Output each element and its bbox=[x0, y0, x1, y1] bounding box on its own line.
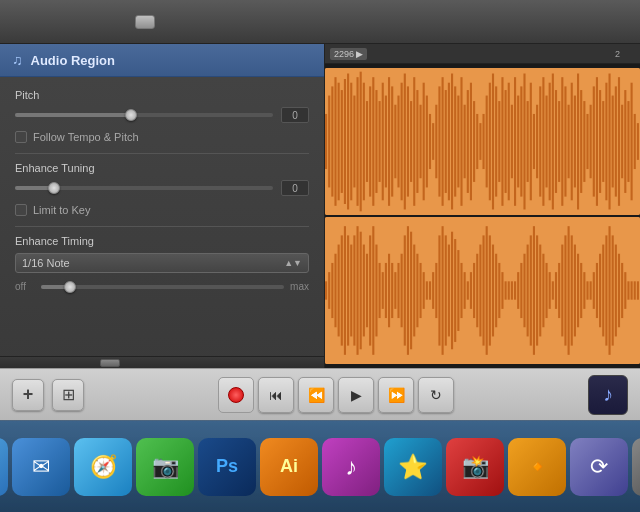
dock-item-facetime[interactable]: 📷 bbox=[136, 438, 194, 496]
svg-rect-157 bbox=[498, 263, 500, 318]
follow-tempo-checkbox[interactable] bbox=[15, 131, 27, 143]
svg-rect-45 bbox=[464, 105, 466, 179]
svg-rect-197 bbox=[624, 272, 626, 309]
svg-rect-121 bbox=[385, 263, 387, 318]
bottom-scroll-area[interactable] bbox=[0, 356, 324, 368]
svg-rect-24 bbox=[397, 96, 399, 188]
enhance-tuning-value: 0 bbox=[281, 180, 309, 196]
svg-rect-49 bbox=[476, 114, 478, 169]
timeline-marker-icon: ▶ bbox=[356, 49, 363, 59]
vlc-icon: 🔸 bbox=[524, 454, 551, 480]
dock-item-timemachine[interactable]: ⟳ bbox=[570, 438, 628, 496]
svg-rect-87 bbox=[596, 77, 598, 206]
audio-region-header: ♫ Audio Region bbox=[0, 44, 324, 77]
svg-rect-143 bbox=[454, 239, 456, 342]
svg-rect-148 bbox=[470, 272, 472, 309]
svg-rect-94 bbox=[618, 77, 620, 206]
loop-button[interactable]: ↻ bbox=[418, 377, 454, 413]
dock-item-safari[interactable]: 🧭 bbox=[74, 438, 132, 496]
transport-controls: ⏮ ⏪ ▶ ⏩ ↻ bbox=[218, 377, 454, 413]
svg-rect-41 bbox=[451, 74, 453, 210]
follow-tempo-label: Follow Tempo & Pitch bbox=[33, 131, 139, 143]
dock-item-photoshop[interactable]: Ps bbox=[198, 438, 256, 496]
svg-rect-112 bbox=[357, 226, 359, 355]
limit-to-key-row[interactable]: Limit to Key bbox=[15, 204, 309, 216]
loop-icon: ↻ bbox=[430, 387, 442, 403]
pitch-slider-row: 0 bbox=[15, 107, 309, 123]
rewind-to-start-button[interactable]: ⏮ bbox=[258, 377, 294, 413]
svg-rect-191 bbox=[605, 235, 607, 345]
svg-rect-166 bbox=[527, 245, 529, 337]
svg-rect-89 bbox=[602, 101, 604, 182]
photos-icon: 📸 bbox=[462, 454, 489, 480]
svg-rect-192 bbox=[609, 226, 611, 355]
enhance-tuning-label: Enhance Tuning bbox=[15, 162, 309, 174]
bottom-toolbar: + ⊞ ⏮ ⏪ ▶ ⏩ ↻ ♪ bbox=[0, 368, 640, 420]
svg-rect-28 bbox=[410, 101, 412, 182]
svg-rect-109 bbox=[347, 235, 349, 345]
svg-rect-179 bbox=[568, 226, 570, 355]
bottom-scroll-thumb[interactable] bbox=[100, 359, 120, 367]
rewind-button[interactable]: ⏪ bbox=[298, 377, 334, 413]
svg-rect-189 bbox=[599, 254, 601, 328]
dock-item-finder[interactable]: 😊 bbox=[0, 438, 8, 496]
svg-rect-128 bbox=[407, 226, 409, 355]
add-track-button[interactable]: + bbox=[12, 379, 44, 411]
play-button[interactable]: ▶ bbox=[338, 377, 374, 413]
svg-rect-152 bbox=[483, 235, 485, 345]
svg-rect-149 bbox=[473, 263, 475, 318]
note-value-dropdown[interactable]: 1/16 Note ▲▼ bbox=[15, 253, 309, 273]
top-scroll-thumb[interactable] bbox=[135, 15, 155, 29]
limit-to-key-checkbox[interactable] bbox=[15, 204, 27, 216]
svg-rect-42 bbox=[454, 86, 456, 196]
dock-item-mail[interactable]: ✉ bbox=[12, 438, 70, 496]
follow-tempo-row[interactable]: Follow Tempo & Pitch bbox=[15, 131, 309, 143]
fast-forward-button[interactable]: ⏩ bbox=[378, 377, 414, 413]
pitch-slider-thumb[interactable] bbox=[125, 109, 137, 121]
enhance-tuning-thumb[interactable] bbox=[48, 182, 60, 194]
svg-rect-84 bbox=[586, 114, 588, 169]
svg-rect-6 bbox=[341, 90, 343, 193]
dock-item-illustrator[interactable]: Ai bbox=[260, 438, 318, 496]
svg-rect-2 bbox=[328, 96, 330, 188]
svg-rect-7 bbox=[344, 79, 346, 204]
music-library-button[interactable]: ♪ bbox=[588, 375, 628, 415]
dock-item-mystery[interactable]: ? bbox=[632, 438, 640, 496]
pitch-slider-track[interactable] bbox=[15, 113, 273, 117]
svg-rect-194 bbox=[615, 245, 617, 337]
svg-rect-25 bbox=[401, 83, 403, 201]
svg-rect-35 bbox=[432, 123, 434, 160]
waveform-track-bottom[interactable] bbox=[325, 217, 640, 364]
dock-item-vlc[interactable]: 🔸 bbox=[508, 438, 566, 496]
svg-rect-29 bbox=[413, 77, 415, 206]
dock-item-itunes[interactable]: ♪ bbox=[322, 438, 380, 496]
svg-rect-156 bbox=[495, 254, 497, 328]
svg-rect-111 bbox=[353, 235, 355, 345]
right-panel: 2296 ▶ 2 bbox=[325, 44, 640, 368]
flex-button[interactable]: ⊞ bbox=[52, 379, 84, 411]
top-scrollbar-area bbox=[0, 0, 640, 44]
flex-icon: ⊞ bbox=[62, 385, 75, 404]
svg-rect-56 bbox=[498, 101, 500, 182]
svg-rect-108 bbox=[344, 226, 346, 355]
enhance-tuning-track[interactable] bbox=[15, 186, 273, 190]
svg-rect-33 bbox=[426, 96, 428, 188]
record-button[interactable] bbox=[218, 377, 254, 413]
photoshop-icon: Ps bbox=[216, 456, 238, 477]
timing-thumb[interactable] bbox=[64, 281, 76, 293]
timing-off-label: off bbox=[15, 281, 35, 292]
svg-rect-171 bbox=[542, 254, 544, 328]
svg-rect-180 bbox=[571, 235, 573, 345]
waveform-track-top[interactable] bbox=[325, 68, 640, 215]
dock-item-photos[interactable]: 📸 bbox=[446, 438, 504, 496]
svg-rect-10 bbox=[353, 96, 355, 188]
svg-rect-58 bbox=[505, 90, 507, 193]
svg-rect-5 bbox=[338, 83, 340, 201]
dock-item-imovie[interactable]: ⭐ bbox=[384, 438, 442, 496]
svg-rect-185 bbox=[586, 281, 588, 299]
rewind-to-start-icon: ⏮ bbox=[269, 387, 283, 403]
svg-rect-80 bbox=[574, 96, 576, 188]
svg-rect-176 bbox=[558, 263, 560, 318]
timing-track[interactable] bbox=[41, 285, 284, 289]
svg-rect-134 bbox=[426, 281, 428, 299]
